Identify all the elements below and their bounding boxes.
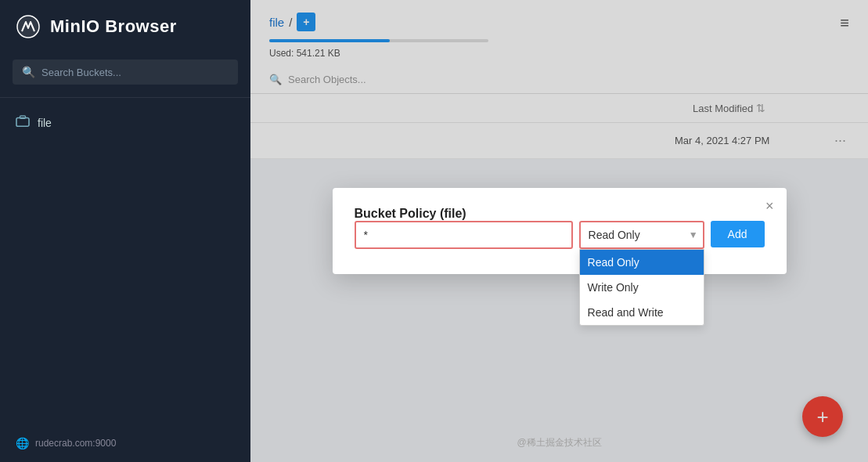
prefix-input[interactable] [355, 221, 573, 249]
svg-rect-1 [16, 118, 29, 127]
option-read-and-write[interactable]: Read and Write [580, 300, 704, 325]
sidebar-bucket-name: file [38, 117, 52, 129]
minio-logo-icon [16, 14, 41, 39]
selected-option-label: Read Only [589, 229, 640, 241]
modal-title: Bucket Policy (file) [355, 207, 466, 220]
sidebar-footer: 🌐 rudecrab.com:9000 [0, 437, 250, 449]
server-address: rudecrab.com:9000 [35, 438, 116, 449]
chevron-down-icon: ▼ [689, 229, 698, 240]
sidebar-item-file[interactable]: file [0, 107, 250, 139]
sidebar-title: MinIO Browser [50, 16, 177, 37]
sidebar-header: MinIO Browser [0, 0, 250, 53]
option-read-only[interactable]: Read Only [580, 250, 704, 275]
modal-overlay: Bucket Policy (file) × Read Only ▼ Read … [250, 0, 868, 462]
bucket-icon [16, 115, 30, 131]
option-write-only[interactable]: Write Only [580, 275, 704, 300]
policy-select-wrapper[interactable]: Read Only ▼ Read Only Write Only Read an… [579, 221, 704, 249]
add-policy-button[interactable]: Add [711, 221, 765, 247]
search-buckets-container[interactable]: 🔍 [13, 60, 238, 85]
main-content: file / + Used: 541.21 KB 🔍 Search Object… [250, 0, 868, 462]
policy-select-display[interactable]: Read Only ▼ [579, 221, 704, 249]
sidebar: MinIO Browser 🔍 file 🌐 rudecrab.com:9000 [0, 0, 250, 462]
search-buckets-input[interactable] [41, 67, 229, 78]
globe-icon: 🌐 [16, 437, 29, 449]
bucket-policy-modal: Bucket Policy (file) × Read Only ▼ Read … [333, 188, 787, 274]
sidebar-divider [0, 97, 250, 98]
search-icon: 🔍 [22, 66, 35, 78]
policy-select-dropdown: Read Only Write Only Read and Write [579, 249, 704, 326]
svg-rect-2 [20, 116, 25, 119]
modal-form: Read Only ▼ Read Only Write Only Read an… [355, 221, 765, 249]
modal-close-button[interactable]: × [765, 199, 774, 213]
